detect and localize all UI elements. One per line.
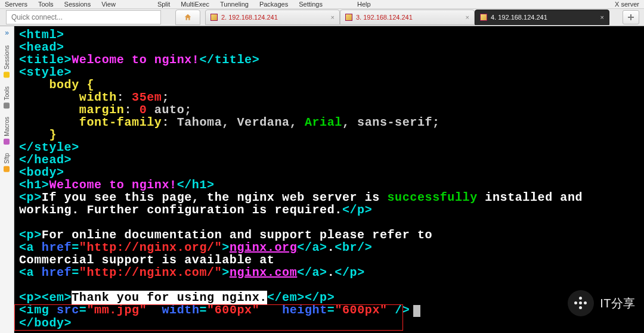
- menu-help[interactable]: Help: [357, 1, 371, 8]
- sidebar-item-tools[interactable]: Tools: [4, 83, 10, 112]
- code-token: :: [117, 91, 132, 104]
- code-token: =: [72, 241, 79, 254]
- code-token: auto;: [147, 103, 192, 117]
- code-token: "http://nginx.com/": [79, 266, 222, 279]
- code-token: =: [79, 303, 87, 317]
- code-token: Arial: [305, 116, 342, 129]
- code-token: :: [124, 103, 139, 117]
- watermark-icon: [568, 290, 594, 316]
- code-token: , sans-serif;: [342, 116, 440, 129]
- code-token: </a>: [297, 241, 327, 254]
- code-token: />: [388, 303, 410, 317]
- menu-view[interactable]: View: [101, 1, 116, 8]
- close-icon[interactable]: ×: [331, 14, 335, 21]
- code-token: =: [72, 266, 79, 279]
- sidebar-item-sftp[interactable]: Sftp: [4, 150, 10, 176]
- menu-multiexec[interactable]: MultiExec: [181, 1, 209, 8]
- code-token: nginx.com: [230, 266, 297, 279]
- code-token: </p>: [335, 266, 364, 279]
- home-tab[interactable]: [175, 10, 200, 25]
- code-token: If you see this page, the nginx web serv…: [42, 191, 388, 204]
- code-token: <head>: [19, 41, 64, 54]
- close-icon[interactable]: ×: [600, 14, 604, 21]
- code-token: "600px": [335, 303, 387, 317]
- code-token: <body>: [19, 166, 64, 179]
- code-token: </h1>: [177, 178, 215, 192]
- code-token: "http://nginx.org/": [79, 241, 222, 254]
- code-token: width: [19, 91, 117, 104]
- menu-sessions[interactable]: Sessions: [64, 1, 91, 8]
- quick-connect-input[interactable]: [6, 10, 161, 24]
- code-token: >: [222, 241, 230, 254]
- terminal-output[interactable]: <html> <head> <title>Welcome to nginx!</…: [14, 26, 644, 333]
- code-token: </body>: [19, 316, 72, 330]
- tabs-wrap: 2. 192.168.124.241 × 3. 192.168.124.241 …: [205, 10, 618, 25]
- terminal-icon: [480, 14, 487, 21]
- code-token: }: [19, 128, 57, 142]
- code-token: =: [200, 303, 208, 317]
- code-token: >: [222, 266, 230, 279]
- gear-icon: [4, 102, 10, 108]
- sidebar-item-macros[interactable]: Macros: [4, 113, 10, 148]
- menu-servers[interactable]: Servers: [5, 1, 27, 8]
- body-area: » Sessions Tools Macros Sftp <html> <hea…: [0, 26, 644, 333]
- code-token: =: [327, 303, 335, 317]
- code-token: [147, 303, 162, 317]
- code-token: <img: [19, 303, 57, 317]
- terminal-icon: [345, 14, 352, 21]
- code-token: Welcome to nginx!: [49, 178, 177, 192]
- code-token: width: [162, 303, 199, 317]
- side-panel: » Sessions Tools Macros Sftp: [0, 26, 14, 333]
- code-token: 0: [140, 103, 147, 117]
- code-token: <h1>: [19, 178, 49, 192]
- sidebar-item-label: Tools: [4, 86, 10, 100]
- close-icon[interactable]: ×: [466, 14, 469, 21]
- code-token: body {: [19, 78, 94, 92]
- code-token: "mm.jpg": [86, 303, 147, 317]
- code-token: : Tahoma, Verdana,: [162, 116, 304, 129]
- code-token: <style>: [19, 66, 72, 79]
- code-token: <a: [19, 266, 42, 279]
- new-tab-button[interactable]: [623, 10, 639, 24]
- code-token: Commercial support is available at: [19, 253, 274, 267]
- code-token: </style>: [19, 141, 79, 154]
- code-token: </p>: [342, 203, 372, 217]
- code-token: installed and: [478, 191, 583, 204]
- watermark: IT分享: [568, 290, 636, 316]
- menu-tunneling[interactable]: Tunneling: [220, 1, 249, 8]
- sidebar-item-label: Macros: [4, 117, 10, 136]
- terminal-cursor: [413, 305, 420, 317]
- code-token: height: [282, 303, 327, 317]
- tab-label: 2. 192.168.124.241: [221, 14, 278, 21]
- code-token: <p><em>: [19, 291, 72, 304]
- tab-3[interactable]: 4. 192.168.124.241 ×: [475, 10, 609, 25]
- menubar: Servers Tools Sessions View Split MultiE…: [0, 0, 644, 8]
- code-token: href: [42, 241, 72, 254]
- code-token: <html>: [19, 28, 64, 42]
- collapse-panel-button[interactable]: »: [5, 29, 9, 37]
- terminal-icon: [210, 14, 218, 21]
- menu-xserver[interactable]: X server: [615, 1, 639, 8]
- sidebar-item-label: Sftp: [4, 153, 10, 164]
- code-token: .: [327, 266, 335, 279]
- menu-packages[interactable]: Packages: [259, 1, 288, 8]
- code-token: Thank you for using nginx.: [72, 291, 267, 304]
- sidebar-item-sessions[interactable]: Sessions: [4, 42, 10, 82]
- plus-icon: [627, 14, 634, 21]
- code-token: font-family: [19, 116, 162, 129]
- code-token: nginx.org: [230, 241, 297, 254]
- code-token: ;: [162, 91, 169, 104]
- code-token: </a>: [297, 266, 327, 279]
- code-token: successfully: [388, 191, 478, 204]
- tab-label: 4. 192.168.124.241: [491, 14, 547, 21]
- macro-icon: [4, 139, 10, 145]
- code-token: working. Further configuration is requir…: [19, 203, 342, 217]
- code-token: src: [57, 303, 79, 317]
- menu-settings[interactable]: Settings: [299, 1, 323, 8]
- tab-2[interactable]: 3. 192.168.124.241 ×: [340, 10, 475, 25]
- tab-1[interactable]: 2. 192.168.124.241 ×: [205, 10, 340, 25]
- menu-tools[interactable]: Tools: [38, 1, 54, 8]
- menu-split[interactable]: Split: [157, 1, 170, 8]
- code-token: "600px": [207, 303, 259, 317]
- code-token: Welcome to nginx!: [72, 53, 199, 67]
